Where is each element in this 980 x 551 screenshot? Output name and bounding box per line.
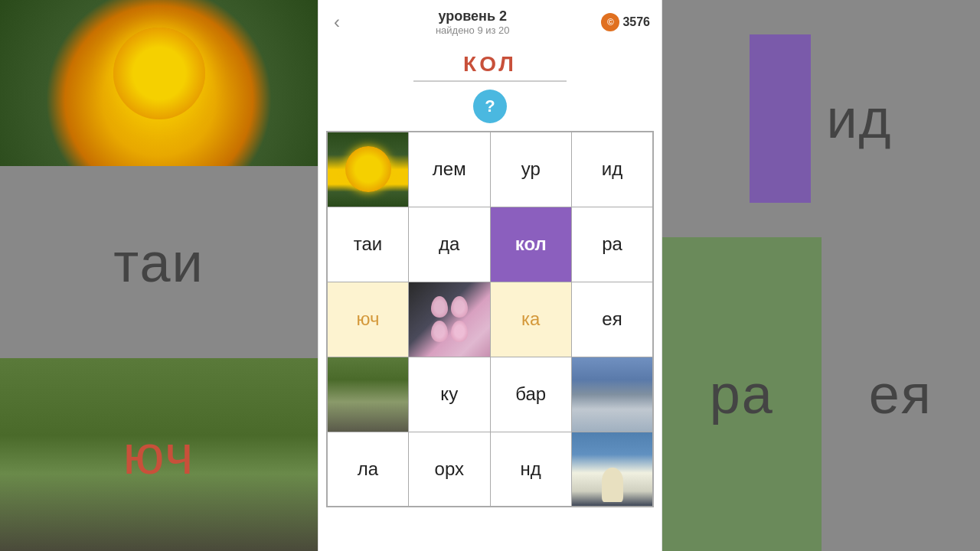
right-text-id: ид (826, 87, 892, 150)
table-row: ку бар (327, 357, 653, 432)
cell-ea[interactable]: ея (572, 282, 654, 357)
left-background-panel: таи юч (0, 0, 318, 551)
right-text-ea-container: ея (822, 237, 981, 551)
hint-button[interactable]: ? (473, 90, 507, 123)
level-label: уровень 2 (438, 8, 507, 24)
right-background-panel: ид ра ея (662, 0, 980, 551)
cell-nd[interactable]: нд (490, 432, 572, 507)
cell-bar[interactable]: бар (490, 357, 572, 432)
table-row: лем ур ид (327, 132, 653, 207)
right-bottom-section: ра ея (662, 237, 980, 551)
cell-la[interactable]: ла (327, 432, 409, 507)
right-text-ra: ра (710, 363, 774, 425)
level-info: уровень 2 найдено 9 из 20 (436, 8, 510, 36)
word-grid: лем ур ид таи да кол ра юч (326, 131, 654, 507)
coin-icon: © (601, 13, 619, 31)
cell-tai[interactable]: таи (327, 207, 409, 282)
left-dandelion-image (0, 0, 318, 166)
cell-orh[interactable]: орх (409, 432, 491, 507)
current-word: КОЛ (463, 52, 517, 77)
cell-mountain[interactable] (572, 357, 654, 432)
right-bottom-image: ра (662, 237, 822, 551)
cell-id[interactable]: ид (572, 132, 654, 207)
cell-ur[interactable]: ур (490, 132, 572, 207)
word-area: КОЛ ? (318, 44, 662, 127)
cell-yuch[interactable]: юч (327, 282, 409, 357)
right-top-section: ид (662, 0, 980, 237)
cell-dandelion[interactable] (327, 132, 409, 207)
coin-amount: 3576 (622, 15, 650, 29)
coins-display: © 3576 (601, 13, 650, 31)
cell-lemur[interactable] (327, 357, 409, 432)
game-header: ‹ уровень 2 найдено 9 из 20 © 3576 (318, 0, 662, 44)
cell-statue[interactable] (572, 432, 654, 507)
cell-orchid[interactable] (409, 282, 491, 357)
cell-lem[interactable]: лем (409, 132, 491, 207)
cell-ra[interactable]: ра (572, 207, 654, 282)
cell-ka[interactable]: ка (490, 282, 572, 357)
center-panel: ‹ уровень 2 найдено 9 из 20 © 3576 КОЛ ? (318, 0, 662, 551)
back-button[interactable]: ‹ (330, 8, 344, 37)
right-text-ea: ея (869, 363, 933, 425)
table-row: юч ка ея (327, 282, 653, 357)
cell-da[interactable]: да (409, 207, 491, 282)
left-text-tai: таи (0, 166, 318, 359)
table-row: ла орх нд (327, 432, 653, 507)
table-row: таи да кол ра (327, 207, 653, 282)
cell-ku[interactable]: ку (409, 357, 491, 432)
found-label: найдено 9 из 20 (436, 24, 510, 36)
word-underline (413, 80, 567, 82)
purple-decoration (750, 34, 811, 203)
left-bottom-image: юч (0, 358, 318, 551)
cell-kol-selected[interactable]: кол (490, 207, 572, 282)
grid-container: лем ур ид таи да кол ра юч (318, 127, 662, 551)
